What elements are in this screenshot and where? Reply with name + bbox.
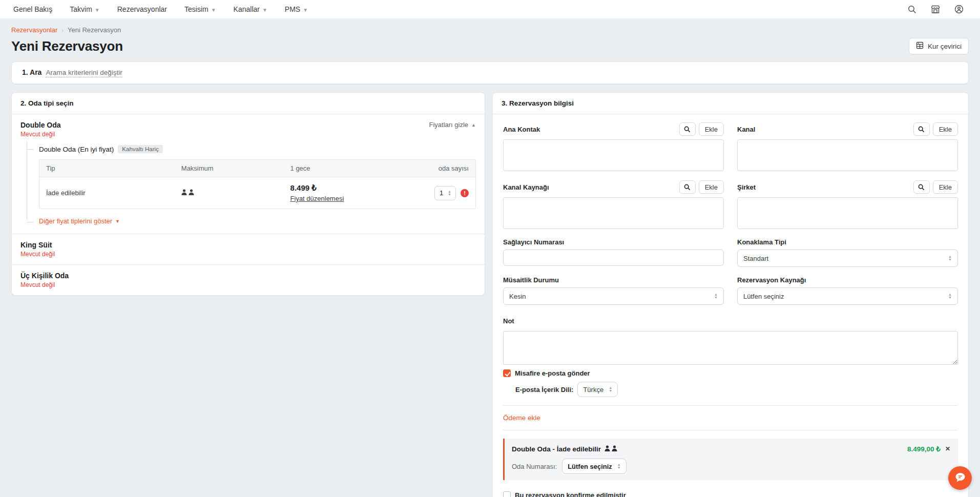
room-number-select[interactable]: Lütfen seçiniz ▲▼ (562, 459, 627, 474)
search-step-label: 1. Ara (22, 68, 41, 76)
chevron-down-icon: ▼ (262, 7, 267, 13)
confirmed-checkbox-row[interactable]: Bu rezervasyon konfirme edilmiştir (503, 491, 958, 497)
nav-item-takvim[interactable]: Takvim▼ (70, 5, 99, 13)
price-per-night: 8.499 ₺ (290, 183, 404, 193)
kanal-kaynagi-box[interactable] (503, 197, 724, 229)
hide-prices-toggle[interactable]: Fiyatları gizle ▲ (429, 121, 476, 129)
summary-guests (604, 445, 617, 453)
search-step-card: 1. Ara Arama kriterlerini değiştir (11, 61, 969, 84)
konaklama-tipi-value: Standart (743, 255, 768, 262)
send-email-checkbox[interactable] (503, 369, 511, 377)
remove-room-icon[interactable]: ✕ (945, 445, 950, 452)
room-count-stepper[interactable]: ▲▼ (434, 186, 456, 200)
account-icon[interactable] (954, 5, 964, 14)
change-search-criteria-link[interactable]: Arama kriterlerini değiştir (46, 69, 122, 77)
currency-converter-button[interactable]: Kur çevirici (909, 38, 969, 54)
room-group-uc-kisilik-oda[interactable]: Üç Kişilik Oda Mevcut değil (12, 264, 485, 295)
nav-item-tesisim[interactable]: Tesisim▼ (184, 5, 216, 13)
room-availability: Mevcut değil (20, 251, 476, 258)
email-language-label: E-posta İçerik Dili: (515, 386, 573, 394)
confirmed-label: Bu rezervasyon konfirme edilmiştir (515, 491, 626, 497)
field-saglayici-numarasi: Sağlayıcı Numarası (503, 238, 724, 267)
kanal-label: Kanal (737, 126, 755, 133)
nav-item-rezervasyonlar[interactable]: Rezervasyonlar (117, 5, 167, 13)
ana-kontak-box[interactable] (503, 139, 724, 171)
reservation-summary-card: Double Oda - İade edilebilir 8.499,00 ₺ … (503, 439, 958, 480)
nav-item-genel-bakis[interactable]: Genel Bakış (13, 5, 52, 13)
room-group-double-oda: Double Oda Mevcut değil Fiyatları gizle … (12, 114, 485, 234)
room-number-label: Oda Numarası: (512, 463, 557, 470)
kanal-box[interactable] (737, 139, 958, 171)
email-language-select[interactable]: Türkçe ▲▼ (577, 382, 618, 397)
room-count-input[interactable] (440, 189, 446, 197)
send-email-checkbox-row[interactable]: Misafire e-posta gönder (503, 369, 958, 377)
nav-label: PMS (285, 5, 300, 13)
breakfast-excluded-badge: Kahvaltı Hariç (118, 145, 163, 153)
konaklama-tipi-select[interactable]: Standart ▲▼ (737, 250, 958, 267)
rezervasyon-kaynagi-select[interactable]: Lütfen seçiniz ▲▼ (737, 287, 958, 305)
col-header-1-gece: 1 gece (284, 160, 410, 177)
field-musaitlik-durumu: Müsaitlik Durumu Kesin ▲▼ (503, 276, 724, 305)
breadcrumb: Rezervasyonlar › Yeni Rezervasyon (11, 24, 969, 37)
kanal-kaynagi-search-button[interactable] (679, 180, 696, 194)
room-availability: Mevcut değil (20, 131, 61, 138)
saglayici-numarasi-input[interactable] (503, 250, 724, 266)
person-icon (612, 445, 617, 453)
room-type-panel: 2. Oda tipi seçin Double Oda Mevcut deği… (11, 92, 485, 296)
room-group-king-suit[interactable]: King Süit Mevcut değil (12, 234, 485, 264)
email-language-value: Türkçe (583, 386, 603, 394)
room-name: Double Oda (20, 121, 61, 129)
breadcrumb-current: Yeni Rezervasyon (68, 26, 121, 34)
ana-kontak-add-button[interactable]: Ekle (699, 122, 724, 136)
stepper-arrows-icon[interactable]: ▲▼ (448, 190, 451, 196)
sirket-box[interactable] (737, 197, 958, 229)
room-name: King Süit (20, 241, 476, 249)
field-kanal-kaynagi: Kanal Kaynağı Ekle (503, 180, 724, 229)
field-sirket: Şirket Ekle (737, 180, 958, 229)
calculator-icon (916, 42, 924, 51)
room-name: Üç Kişilik Oda (20, 272, 476, 280)
sirket-label: Şirket (737, 183, 756, 191)
ana-kontak-search-button[interactable] (679, 122, 696, 136)
chevron-down-icon: ▼ (115, 219, 120, 224)
storefront-icon[interactable] (931, 5, 940, 14)
chat-bubble-icon (954, 472, 966, 485)
col-header-oda-sayisi: oda sayısı (410, 160, 475, 177)
rezervasyon-kaynagi-label: Rezervasyon Kaynağı (737, 276, 806, 284)
search-icon[interactable] (908, 5, 916, 14)
select-arrows-icon: ▲▼ (948, 293, 952, 299)
chevron-down-icon: ▼ (95, 7, 100, 13)
page-title: Yeni Rezervasyon (11, 38, 123, 54)
confirmed-checkbox[interactable] (503, 491, 511, 497)
musaitlik-durumu-value: Kesin (509, 293, 526, 300)
nav-item-kanallar[interactable]: Kanallar▼ (234, 5, 267, 13)
add-payment-link[interactable]: Ödeme ekle (503, 414, 540, 422)
musaitlik-durumu-select[interactable]: Kesin ▲▼ (503, 287, 724, 305)
rezervasyon-kaynagi-value: Lütfen seçiniz (743, 293, 784, 300)
not-textarea[interactable] (503, 331, 958, 365)
max-guests-cell (175, 183, 284, 203)
kanal-kaynagi-add-button[interactable]: Ekle (699, 180, 724, 194)
konaklama-tipi-label: Konaklama Tipi (737, 238, 786, 246)
field-not: Not (503, 314, 958, 366)
hide-prices-label: Fiyatları gizle (429, 121, 469, 129)
divider (503, 405, 958, 406)
sirket-search-button[interactable] (913, 180, 930, 194)
kanal-search-button[interactable] (913, 122, 930, 136)
show-other-rates-link[interactable]: Diğer fiyat tiplerini göster ▼ (39, 216, 120, 227)
chat-support-button[interactable] (948, 466, 972, 490)
select-arrows-icon: ▲▼ (948, 255, 952, 261)
person-icon (604, 445, 610, 453)
sirket-add-button[interactable]: Ekle (933, 180, 958, 194)
breadcrumb-rezervasyonlar[interactable]: Rezervasyonlar (11, 26, 57, 34)
kanal-add-button[interactable]: Ekle (933, 122, 958, 136)
ana-kontak-label: Ana Kontak (503, 126, 540, 133)
room-panel-title: 2. Oda tipi seçin (12, 93, 485, 114)
field-rezervasyon-kaynagi: Rezervasyon Kaynağı Lütfen seçiniz ▲▼ (737, 276, 958, 305)
nav-item-pms[interactable]: PMS▼ (285, 5, 308, 13)
nav-label: Kanallar (234, 5, 260, 13)
breadcrumb-separator-icon: › (61, 27, 64, 33)
nav-label: Tesisim (184, 5, 208, 13)
select-arrows-icon: ▲▼ (714, 293, 718, 299)
price-edit-link[interactable]: Fiyat düzenlemesi (290, 195, 344, 202)
